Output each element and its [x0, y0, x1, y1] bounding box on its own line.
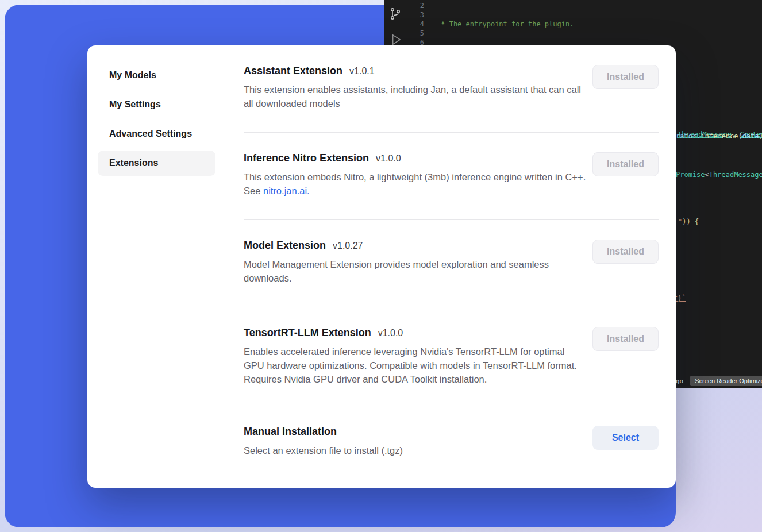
sidebar-item-my-settings[interactable]: My Settings [98, 92, 215, 117]
select-file-button[interactable]: Select [592, 426, 659, 450]
extension-version: v1.0.27 [333, 241, 363, 251]
code-fragment: ")) { [678, 217, 699, 226]
extension-description: Enables accelerated inference leveraging… [244, 345, 586, 386]
extension-description: This extension embeds Nitro, a lightweig… [244, 170, 586, 198]
extension-row-model: Model Extension v1.0.27 Model Management… [244, 220, 659, 307]
extensions-panel: Assistant Extension v1.0.1 This extensio… [224, 45, 676, 488]
extension-version: v1.0.1 [349, 66, 375, 76]
manual-installation-title: Manual Installation [244, 426, 337, 438]
settings-sidebar: My Models My Settings Advanced Settings … [87, 45, 224, 488]
sidebar-item-my-models[interactable]: My Models [98, 63, 215, 88]
extension-row-tensorrt: TensortRT-LLM Extension v1.0.0 Enables a… [244, 307, 659, 408]
manual-installation-row: Manual Installation Select an extension … [244, 408, 659, 471]
extension-version: v1.0.0 [376, 153, 401, 164]
extension-row-assistant: Assistant Extension v1.0.1 This extensio… [244, 45, 659, 133]
installed-button[interactable]: Installed [592, 65, 659, 89]
extension-title: TensortRT-LLM Extension [244, 327, 371, 339]
extension-description: This extension enables assistants, inclu… [244, 83, 586, 110]
sidebar-item-advanced-settings[interactable]: Advanced Settings [98, 121, 215, 147]
code-comment-line: * The entrypoint for the plugin. [437, 20, 762, 29]
extension-title: Assistant Extension [244, 65, 342, 77]
extension-title: Model Extension [244, 240, 326, 252]
extension-description: Model Management Extension provides mode… [244, 257, 586, 285]
installed-button[interactable]: Installed [592, 152, 659, 176]
code-fragment: Promise<ThreadMessage> [676, 170, 762, 179]
extension-row-nitro: Inference Nitro Extension v1.0.0 This ex… [244, 133, 659, 220]
installed-button[interactable]: Installed [592, 327, 659, 351]
manual-installation-description: Select an extension file to install (.tg… [244, 444, 586, 457]
status-file-label: go [676, 377, 683, 385]
settings-modal: My Models My Settings Advanced Settings … [87, 45, 676, 488]
extension-version: v1.0.0 [378, 328, 403, 338]
screen-reader-badge[interactable]: Screen Reader Optimized [690, 376, 762, 386]
desktop: 2 3 4 5 6 * The entrypoint for the plugi… [0, 0, 762, 532]
installed-button[interactable]: Installed [592, 240, 659, 264]
editor-line-numbers: 2 3 4 5 6 [384, 1, 424, 47]
code-fragment: rator.inference(data)); [676, 132, 762, 141]
extension-title: Inference Nitro Extension [244, 152, 369, 164]
nitro-jan-ai-link[interactable]: nitro.jan.ai. [263, 186, 310, 196]
sidebar-item-extensions[interactable]: Extensions [98, 151, 215, 176]
